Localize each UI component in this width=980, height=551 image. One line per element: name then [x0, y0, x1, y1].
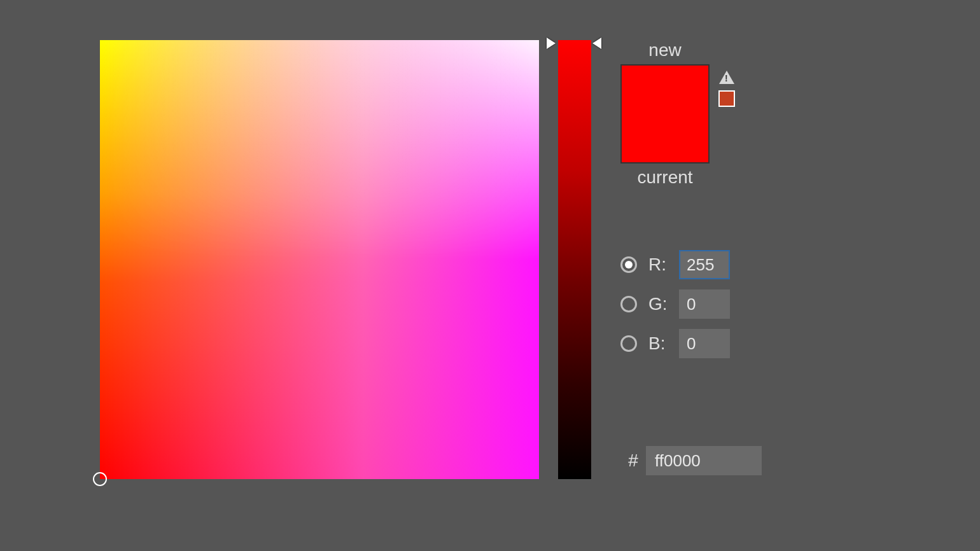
g-input[interactable] — [679, 289, 730, 319]
hue-slider[interactable] — [539, 40, 601, 479]
hue-slider-handle-left-icon — [547, 38, 556, 49]
hex-hash-label: # — [620, 450, 646, 471]
color-field-light — [100, 40, 539, 479]
new-label: new — [648, 40, 681, 60]
color-field[interactable] — [100, 40, 539, 479]
r-label: R: — [648, 255, 679, 275]
color-swatch-pair — [620, 64, 710, 164]
websafe-swatch[interactable] — [718, 90, 735, 107]
r-input[interactable] — [679, 250, 730, 279]
channel-radio-r[interactable] — [620, 256, 637, 273]
color-picker-dialog: new current R: G: — [100, 40, 762, 479]
b-label: B: — [648, 333, 679, 354]
channel-radio-b[interactable] — [620, 335, 637, 352]
hue-slider-handle-right-icon — [592, 38, 601, 49]
g-label: G: — [648, 294, 679, 314]
hue-slider-track — [558, 40, 591, 479]
hex-input[interactable] — [646, 446, 762, 475]
gamut-warning-icon[interactable] — [719, 71, 734, 84]
color-readout-panel: new current R: G: — [620, 40, 762, 475]
b-input[interactable] — [679, 329, 730, 358]
channel-radio-g[interactable] — [620, 296, 637, 312]
new-color-swatch[interactable] — [622, 66, 708, 114]
current-color-swatch[interactable] — [622, 114, 708, 162]
current-label: current — [637, 167, 692, 188]
